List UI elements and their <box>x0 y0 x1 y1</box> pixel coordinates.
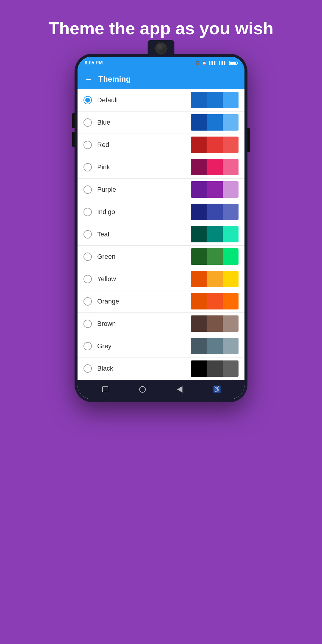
swatch-teal-2 <box>223 226 239 242</box>
swatch-brown-0 <box>191 315 207 332</box>
swatch-black-2 <box>223 360 239 377</box>
swatch-grey-1 <box>207 338 222 354</box>
theme-item-black[interactable]: Black <box>78 357 244 380</box>
theme-left-red: Red <box>83 141 109 149</box>
theme-list: DefaultBlueRedPinkPurpleIndigoTealGreenY… <box>78 89 244 380</box>
app-bar-title: Theming <box>98 75 131 84</box>
radio-blue[interactable] <box>83 118 92 127</box>
nav-accessibility-button[interactable]: ♿ <box>213 385 222 394</box>
swatches-grey <box>191 338 239 354</box>
radio-green[interactable] <box>83 253 92 261</box>
swatch-teal-1 <box>207 226 222 242</box>
nav-person-icon: ♿ <box>213 386 221 393</box>
swatch-default-2 <box>223 92 239 108</box>
theme-item-pink[interactable]: Pink <box>78 156 244 179</box>
theme-item-grey[interactable]: Grey <box>78 335 244 357</box>
radio-red[interactable] <box>83 141 92 149</box>
phone-screen: 8:05 PM 🎧 ⏰ ▌▌▌ ▌▌▌ ← Theming DefaultBlu <box>78 57 244 399</box>
phone-wrapper: 8:05 PM 🎧 ⏰ ▌▌▌ ▌▌▌ ← Theming DefaultBlu <box>75 54 247 402</box>
theme-left-orange: Orange <box>83 297 119 306</box>
volume-down-button[interactable] <box>72 132 75 147</box>
radio-black[interactable] <box>83 364 92 373</box>
swatch-pink-0 <box>191 159 207 175</box>
swatch-green-1 <box>207 248 222 265</box>
theme-item-blue[interactable]: Blue <box>78 112 244 134</box>
swatch-black-0 <box>191 360 207 377</box>
side-buttons-left <box>72 113 75 147</box>
theme-label-red: Red <box>97 141 109 149</box>
swatch-blue-1 <box>207 114 222 131</box>
theme-left-yellow: Yellow <box>83 275 116 283</box>
swatch-yellow-1 <box>207 271 222 287</box>
nav-recents-button[interactable] <box>101 385 110 394</box>
phone-frame: 8:05 PM 🎧 ⏰ ▌▌▌ ▌▌▌ ← Theming DefaultBlu <box>75 54 247 402</box>
headphone-icon: 🎧 <box>195 61 200 65</box>
radio-indigo[interactable] <box>83 208 92 216</box>
theme-label-orange: Orange <box>97 298 119 305</box>
swatch-green-2 <box>223 248 239 265</box>
swatch-indigo-2 <box>223 204 239 220</box>
theme-left-blue: Blue <box>83 118 110 127</box>
power-button[interactable] <box>247 128 250 152</box>
swatch-red-0 <box>191 137 207 153</box>
side-buttons-right <box>247 128 250 152</box>
theme-label-grey: Grey <box>97 342 112 350</box>
swatches-black <box>191 360 239 377</box>
theme-item-teal[interactable]: Teal <box>78 223 244 246</box>
app-bar: ← Theming <box>78 69 244 89</box>
swatch-indigo-0 <box>191 204 207 220</box>
radio-brown[interactable] <box>83 320 92 328</box>
theme-label-blue: Blue <box>97 119 110 126</box>
swatch-orange-2 <box>223 293 239 309</box>
swatches-green <box>191 248 239 265</box>
radio-yellow[interactable] <box>83 275 92 283</box>
theme-item-brown[interactable]: Brown <box>78 313 244 335</box>
back-button[interactable]: ← <box>85 75 92 84</box>
theme-item-green[interactable]: Green <box>78 246 244 268</box>
swatch-purple-1 <box>207 181 222 198</box>
camera-lens <box>155 43 167 54</box>
theme-item-red[interactable]: Red <box>78 134 244 156</box>
battery-fill <box>230 62 236 64</box>
radio-purple[interactable] <box>83 185 92 194</box>
theme-item-orange[interactable]: Orange <box>78 290 244 313</box>
camera-bump <box>148 40 174 57</box>
volume-up-button[interactable] <box>72 113 75 128</box>
nav-home-button[interactable] <box>138 385 147 394</box>
nav-triangle-icon <box>177 386 182 393</box>
theme-left-black: Black <box>83 364 113 373</box>
radio-teal[interactable] <box>83 230 92 239</box>
swatches-indigo <box>191 204 239 220</box>
theme-label-black: Black <box>97 365 113 372</box>
radio-grey[interactable] <box>83 342 92 350</box>
swatch-blue-2 <box>223 114 239 131</box>
theme-left-brown: Brown <box>83 320 116 328</box>
nav-back-button[interactable] <box>175 385 184 394</box>
swatch-yellow-2 <box>223 271 239 287</box>
nav-square-icon <box>102 386 108 392</box>
swatches-blue <box>191 114 239 131</box>
swatch-teal-0 <box>191 226 207 242</box>
radio-orange[interactable] <box>83 297 92 306</box>
swatches-brown <box>191 315 239 332</box>
theme-item-purple[interactable]: Purple <box>78 179 244 201</box>
alarm-icon: ⏰ <box>202 61 207 65</box>
status-bar: 8:05 PM 🎧 ⏰ ▌▌▌ ▌▌▌ <box>78 57 244 69</box>
theme-left-indigo: Indigo <box>83 208 115 216</box>
theme-item-indigo[interactable]: Indigo <box>78 201 244 223</box>
status-icons: 🎧 ⏰ ▌▌▌ ▌▌▌ <box>195 61 237 65</box>
theme-label-default: Default <box>97 96 118 104</box>
swatch-red-1 <box>207 137 222 153</box>
signal2-icon: ▌▌▌ <box>219 61 227 65</box>
swatch-blue-0 <box>191 114 207 131</box>
theme-item-yellow[interactable]: Yellow <box>78 268 244 290</box>
swatch-grey-0 <box>191 338 207 354</box>
radio-pink[interactable] <box>83 163 92 171</box>
swatch-brown-1 <box>207 315 222 332</box>
theme-item-default[interactable]: Default <box>78 89 244 112</box>
swatch-red-2 <box>223 137 239 153</box>
radio-inner-default <box>85 98 90 103</box>
swatch-orange-0 <box>191 293 207 309</box>
swatch-brown-2 <box>223 315 239 332</box>
radio-default[interactable] <box>83 96 92 104</box>
